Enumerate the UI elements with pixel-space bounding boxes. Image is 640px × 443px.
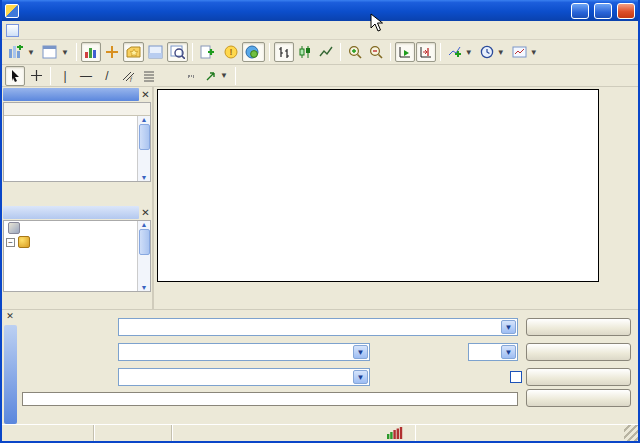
chart-plot-area[interactable] — [157, 89, 599, 282]
mdi-restore-button[interactable] — [600, 24, 615, 37]
navigator-title — [3, 206, 139, 219]
vertical-line-tool-button[interactable]: | — [55, 66, 75, 86]
resize-grip[interactable] — [624, 425, 638, 441]
navigator-scrollbar[interactable]: ▲ ▼ — [137, 221, 150, 291]
profiles-button[interactable]: ▼ — [39, 42, 72, 62]
zoom-in-button[interactable] — [345, 42, 365, 62]
market-watch-toggle-button[interactable] — [81, 42, 101, 62]
scroll-up-icon[interactable]: ▲ — [141, 116, 148, 123]
standard-toolbar: ▼ ▼ ! — [2, 40, 638, 65]
period-select[interactable]: ▼ — [468, 343, 518, 361]
expert-advisors-icon — [245, 45, 260, 59]
chevron-down-icon: ▼ — [530, 48, 538, 57]
scroll-down-icon[interactable]: ▼ — [141, 284, 148, 291]
market-watch-scrollbar[interactable]: ▲ ▼ — [137, 116, 150, 181]
symbol-properties-button[interactable] — [526, 343, 631, 361]
line-chart-icon — [319, 45, 333, 59]
chart-shift-icon — [419, 45, 433, 59]
line-studies-toolbar: | — / f ▼ — [2, 65, 638, 87]
market-watch-caption: ✕ — [2, 87, 152, 102]
arrows-tool-button[interactable]: ▼ — [202, 66, 231, 86]
test-progress-bar — [22, 392, 518, 406]
menu-bar — [2, 21, 638, 40]
tester-close-icon[interactable]: ✕ — [4, 311, 16, 323]
scroll-down-icon[interactable]: ▼ — [141, 174, 148, 181]
start-button[interactable] — [526, 389, 631, 407]
chevron-down-icon[interactable]: ▼ — [353, 370, 368, 384]
navigator-toggle-button[interactable] — [123, 42, 144, 62]
auto-scroll-button[interactable] — [395, 42, 415, 62]
tree-item-metatrader[interactable] — [4, 221, 150, 235]
left-panels: ✕ ▲ ▼ ✕ — [2, 87, 154, 309]
profiles-icon — [42, 45, 58, 59]
text-tool-button[interactable] — [160, 66, 180, 86]
horizontal-line-icon: — — [80, 70, 92, 82]
tester-tabs — [20, 407, 22, 424]
trendline-icon: / — [105, 70, 108, 82]
close-button[interactable] — [617, 3, 635, 19]
chart-shift-button[interactable] — [416, 42, 436, 62]
trendline-tool-button[interactable]: / — [97, 66, 117, 86]
templates-button[interactable]: ▼ — [509, 42, 541, 62]
navigator-caption: ✕ — [2, 205, 152, 220]
expert-advisor-select[interactable]: ▼ — [118, 318, 518, 336]
new-order-button[interactable] — [197, 42, 220, 62]
svg-text:!: ! — [229, 47, 232, 57]
scroll-thumb[interactable] — [139, 124, 150, 150]
expert-properties-button[interactable] — [526, 318, 631, 336]
periods-clock-icon — [480, 45, 494, 59]
crosshair-tool-button[interactable] — [26, 66, 46, 86]
expert-advisors-button[interactable] — [242, 42, 265, 62]
price-chart — [158, 90, 598, 281]
channel-tool-button[interactable]: f — [118, 66, 138, 86]
terminal-toggle-button[interactable] — [145, 42, 166, 62]
status-profile[interactable] — [94, 425, 172, 441]
recalculate-checkbox[interactable] — [510, 371, 522, 383]
collapse-icon[interactable]: − — [6, 238, 15, 247]
cursor-tool-button[interactable] — [5, 66, 25, 86]
accounts-group-icon — [18, 236, 30, 248]
terminal-icon — [148, 45, 163, 59]
arrow-shapes-icon — [205, 70, 217, 82]
navigator-close-icon[interactable]: ✕ — [139, 206, 152, 219]
chevron-down-icon[interactable]: ▼ — [501, 320, 516, 334]
mdi-window-controls — [583, 24, 636, 37]
maximize-button[interactable] — [594, 3, 612, 19]
indicators-button[interactable]: ▼ — [445, 42, 476, 62]
chevron-down-icon[interactable]: ▼ — [501, 345, 516, 359]
cursor-arrow-icon — [9, 69, 21, 82]
strategy-tester-toggle-button[interactable] — [167, 42, 188, 62]
toolbar-separator — [235, 67, 236, 85]
mdi-close-button[interactable] — [617, 24, 632, 37]
fibonacci-icon — [142, 69, 156, 82]
scroll-up-icon[interactable]: ▲ — [141, 221, 148, 228]
tester-panel: ✕ ▼ ▼ ▼ — [2, 309, 638, 424]
minimize-button[interactable] — [571, 3, 589, 19]
fibonacci-tool-button[interactable] — [139, 66, 159, 86]
bar-chart-mode-button[interactable] — [274, 42, 294, 62]
market-watch-table: ▲ ▼ — [3, 102, 151, 182]
line-chart-mode-button[interactable] — [316, 42, 336, 62]
price-axis — [601, 89, 637, 282]
open-chart-button[interactable] — [526, 368, 631, 386]
toolbar-separator — [50, 67, 51, 85]
candlestick-mode-button[interactable] — [295, 42, 315, 62]
model-select[interactable]: ▼ — [118, 368, 370, 386]
market-watch-close-icon[interactable]: ✕ — [139, 88, 152, 101]
status-help — [2, 425, 94, 441]
metaeditor-button[interactable]: ! — [221, 42, 241, 62]
horizontal-line-tool-button[interactable]: — — [76, 66, 96, 86]
scroll-thumb[interactable] — [139, 229, 150, 255]
chart-window — [154, 87, 638, 309]
symbol-select[interactable]: ▼ — [118, 343, 370, 361]
text-label-tool-button[interactable] — [181, 66, 201, 86]
chevron-down-icon[interactable]: ▼ — [353, 345, 368, 359]
templates-icon — [512, 45, 527, 59]
tree-item-accounts[interactable]: − — [4, 235, 150, 249]
zoom-out-button[interactable] — [366, 42, 386, 62]
new-chart-button[interactable]: ▼ — [5, 42, 38, 62]
periods-button[interactable]: ▼ — [477, 42, 508, 62]
toolbar-separator — [76, 43, 77, 61]
data-window-button[interactable] — [102, 42, 122, 62]
mdi-minimize-button[interactable] — [583, 24, 598, 37]
